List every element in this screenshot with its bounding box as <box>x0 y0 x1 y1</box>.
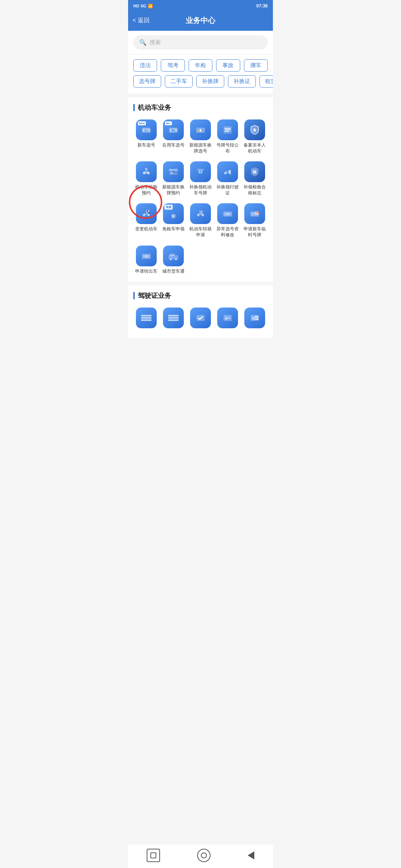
svg-rect-17 <box>169 169 173 171</box>
tag-shigu[interactable]: 事故 <box>216 59 240 72</box>
grid-item-zhuanchuche[interactable]: ⏱ 申请转出车 <box>133 243 159 277</box>
grid-item-mianjian[interactable]: 免检 免检车申领 <box>160 201 186 240</box>
tags-section: 违法 驾考 年检 事故 挪车 选号牌 二手车 补换牌 补换证 租赁 <box>128 55 273 93</box>
svg-text:⚡: ⚡ <box>197 129 200 133</box>
linshihaopai-icon: ⏰ <box>244 203 265 224</box>
drive-section-header: 驾驶证业务 <box>128 285 273 304</box>
drive-section-title: 驾驶证业务 <box>138 291 171 300</box>
drive-icon-1 <box>136 308 157 328</box>
tags-row-2: 选号牌 二手车 补换牌 补换证 租赁 <box>133 75 268 88</box>
grid-item-xinnengyanhuanpai[interactable]: ⚡ 新能源车换牌选号 <box>188 117 213 156</box>
drive-item-3[interactable] <box>188 305 213 333</box>
svg-text:✏: ✏ <box>226 212 229 216</box>
jianyanyuyue-label: 机动车检验预约 <box>134 184 158 196</box>
xinchexuanhao-icon: New 京A <box>136 119 157 140</box>
yichangxuanhao-label: 异常选号资料修改 <box>216 226 240 238</box>
svg-rect-18 <box>174 169 178 171</box>
mianjian-icon: 免检 <box>163 203 184 224</box>
grid-item-jianyanyuyue[interactable]: 预 机动车检验预约 <box>133 159 159 198</box>
tag-buhuanzheng[interactable]: 补换证 <box>228 75 256 88</box>
drive-item-1[interactable] <box>133 305 159 333</box>
buhuanxingshi-icon <box>217 161 238 182</box>
header: < 返回 业务中心 <box>128 12 273 31</box>
svg-rect-50 <box>168 319 179 321</box>
zaiyongchexuanhao-label: 在用车选号 <box>162 142 185 148</box>
grid-item-xinchexuanhao[interactable]: New 京A 新车选号 <box>133 117 159 156</box>
svg-rect-42 <box>170 254 175 256</box>
tag-nianjian[interactable]: 年检 <box>189 59 212 72</box>
grid-item-zhuanji[interactable]: 转 机动车转籍申请 <box>188 201 213 240</box>
bulingjiaoyan-icon: 验 <box>244 161 265 182</box>
svg-point-22 <box>229 172 231 174</box>
svg-rect-20 <box>169 172 177 175</box>
svg-rect-48 <box>168 315 179 316</box>
svg-point-43 <box>170 258 172 260</box>
grid-item-yichangxuanhao[interactable]: ✏ 异常选号资料修改 <box>215 201 241 240</box>
grid-item-linshihaopai[interactable]: ⏰ 申请新车临时号牌 <box>242 201 268 240</box>
tag-jiakao[interactable]: 驾考 <box>161 59 185 72</box>
beian-label: 备案非本人机动车 <box>243 142 267 154</box>
tag-buhuanpai[interactable]: 补换牌 <box>196 75 224 88</box>
beian-icon: 备 <box>244 119 265 140</box>
drive-icon-5: ¥ <box>244 308 265 328</box>
drive-icon-4: ¥ ✏ <box>217 308 238 328</box>
svg-text:¥: ¥ <box>252 316 255 321</box>
grid-item-biangeng[interactable]: 📞 变更机动车 <box>133 201 159 240</box>
status-time: 07:36 <box>256 3 268 9</box>
xinnengyanhuanpai-label: 新能源车换牌选号 <box>188 142 212 154</box>
grid-item-haopaiduanduan[interactable]: 号牌号段公布 <box>215 117 241 156</box>
status-left: HD 5G 📶 <box>133 4 153 9</box>
drive-item-5[interactable]: ¥ <box>242 305 268 333</box>
mianjian-label: 免检车申领 <box>162 226 185 232</box>
svg-point-25 <box>147 214 150 216</box>
motor-section-header: 机动车业务 <box>128 97 273 116</box>
svg-rect-51 <box>196 315 205 321</box>
zhuanji-icon: 转 <box>190 203 211 224</box>
tag-xuanhao[interactable]: 选号牌 <box>133 75 161 88</box>
svg-rect-15 <box>143 172 149 174</box>
svg-rect-49 <box>168 317 179 319</box>
grid-item-buhuanlinghaopai[interactable]: 补换领机动车号牌 <box>188 159 213 198</box>
linshihaopai-label: 申请新车临时号牌 <box>243 226 267 238</box>
svg-point-24 <box>143 214 145 216</box>
tag-weifa[interactable]: 违法 <box>133 59 157 72</box>
search-bar[interactable]: 🔍 搜索 <box>133 35 268 50</box>
yichangxuanhao-icon: ✏ <box>217 203 238 224</box>
tags-row-1: 违法 驾考 年检 事故 挪车 <box>133 59 268 72</box>
grid-item-bulingjiaoyan[interactable]: 验 补领检验合格标志 <box>242 159 268 198</box>
page-title: 业务中心 <box>186 16 215 26</box>
tag-zulin[interactable]: 租赁 <box>260 75 273 88</box>
haopaiduanduan-icon <box>217 119 238 140</box>
divider-2 <box>128 282 273 285</box>
biangeng-label: 变更机动车 <box>135 226 157 232</box>
drive-icon-2 <box>163 308 184 328</box>
grid-item-chengshihuoche[interactable]: 城市货车通 <box>160 243 186 277</box>
grid-item-xinnenghuanpai[interactable]: ⚡ 新能源车换牌预约 <box>160 159 186 198</box>
zhuanchuche-icon: ⏱ <box>136 246 157 266</box>
tag-ershoucheche[interactable]: 二手车 <box>165 75 193 88</box>
svg-point-29 <box>202 214 204 216</box>
buhuanlinghaopai-label: 补换领机动车号牌 <box>188 184 212 196</box>
drive-grid: ¥ ✏ ¥ <box>133 305 268 333</box>
grid-item-zaiyongchexuanhao[interactable]: No. 粤B 在用车选号 <box>160 117 186 156</box>
main-content: 🔍 搜索 违法 驾考 年检 事故 挪车 选号牌 二手车 补换牌 补换证 租赁 机… <box>128 31 273 364</box>
zhuanchuche-label: 申请转出车 <box>135 269 157 274</box>
grid-item-buhuanxingshi[interactable]: 补换领行驶证 <box>215 159 241 198</box>
chengshihuoche-icon <box>163 246 184 266</box>
xinchexuanhao-label: 新车选号 <box>137 142 155 148</box>
xinnenghuanpai-label: 新能源车换牌预约 <box>161 184 185 196</box>
grid-item-beian[interactable]: 备 备案非本人机动车 <box>242 117 268 156</box>
motor-section-title: 机动车业务 <box>138 103 171 112</box>
zaiyongchexuanhao-icon: No. 粤B <box>163 119 184 140</box>
svg-point-44 <box>175 258 177 260</box>
bulingjiaoyan-label: 补领检验合格标志 <box>243 184 267 196</box>
badge-no: No. <box>164 121 172 126</box>
search-placeholder: 搜索 <box>150 39 161 46</box>
svg-point-28 <box>197 214 199 216</box>
drive-grid-section: ¥ ✏ ¥ <box>128 304 273 338</box>
drive-item-4[interactable]: ¥ ✏ <box>215 305 241 333</box>
back-button[interactable]: < 返回 <box>133 17 150 24</box>
drive-item-2[interactable] <box>160 305 186 333</box>
tag-nuoche[interactable]: 挪车 <box>244 59 268 72</box>
chengshihuoche-label: 城市货车通 <box>162 269 185 274</box>
